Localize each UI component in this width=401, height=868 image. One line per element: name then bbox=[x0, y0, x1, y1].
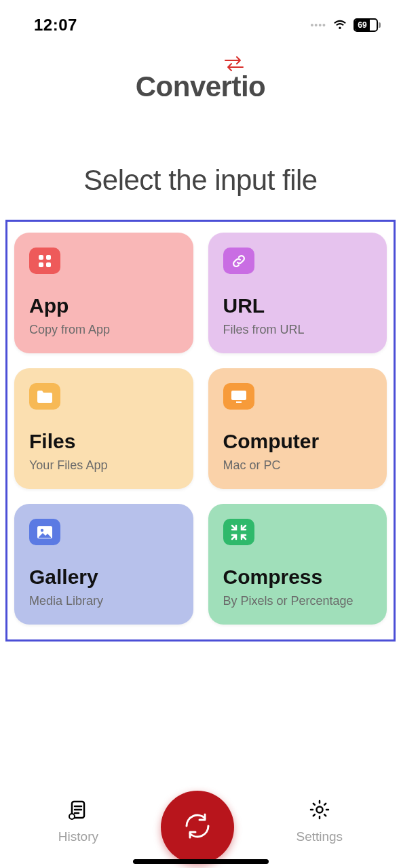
status-right: •••• 69 bbox=[310, 18, 381, 33]
gear-icon bbox=[308, 798, 331, 824]
input-source-grid: App Copy from App URL Files from URL Fil… bbox=[14, 233, 387, 625]
tab-settings[interactable]: Settings bbox=[296, 798, 343, 844]
card-title: Files bbox=[29, 430, 178, 453]
card-title: App bbox=[29, 294, 178, 317]
tab-label: Settings bbox=[296, 829, 343, 844]
source-card-files[interactable]: Files Your Files App bbox=[14, 368, 193, 489]
battery-icon: 69 bbox=[354, 18, 381, 32]
history-icon bbox=[66, 798, 90, 824]
logo-text: Convertio bbox=[136, 71, 266, 103]
source-card-compress[interactable]: Compress By Pixels or Percentage bbox=[208, 504, 387, 625]
bottom-tab-bar: History Settings bbox=[0, 791, 401, 852]
card-subtitle: Mac or PC bbox=[223, 458, 373, 473]
image-icon bbox=[29, 519, 60, 545]
card-subtitle: Files from URL bbox=[223, 323, 373, 337]
card-title: URL bbox=[223, 294, 373, 317]
wifi-icon bbox=[332, 18, 348, 33]
source-card-app[interactable]: App Copy from App bbox=[14, 233, 193, 353]
svg-rect-5 bbox=[236, 401, 242, 403]
svg-rect-1 bbox=[46, 255, 51, 260]
card-subtitle: Your Files App bbox=[29, 458, 178, 473]
card-subtitle: Copy from App bbox=[29, 323, 178, 337]
svg-point-7 bbox=[41, 528, 43, 531]
compress-icon bbox=[223, 519, 254, 545]
source-card-computer[interactable]: Computer Mac or PC bbox=[208, 368, 387, 489]
convert-fab-button[interactable] bbox=[161, 791, 234, 864]
monitor-icon bbox=[223, 383, 254, 410]
link-icon bbox=[223, 248, 254, 274]
folder-icon bbox=[29, 383, 60, 410]
svg-point-13 bbox=[316, 807, 322, 813]
card-title: Compress bbox=[223, 566, 373, 589]
tab-label: History bbox=[58, 829, 98, 844]
status-bar: 12:07 •••• 69 bbox=[0, 0, 401, 41]
cellular-dots-icon: •••• bbox=[310, 20, 326, 31]
svg-rect-0 bbox=[39, 255, 43, 260]
source-card-url[interactable]: URL Files from URL bbox=[208, 233, 387, 353]
card-subtitle: By Pixels or Percentage bbox=[223, 594, 373, 608]
status-time: 12:07 bbox=[34, 16, 77, 35]
card-subtitle: Media Library bbox=[29, 594, 178, 608]
sync-icon bbox=[178, 807, 216, 848]
source-card-gallery[interactable]: Gallery Media Library bbox=[14, 504, 193, 625]
app-logo: Convertio bbox=[0, 56, 401, 103]
page-title: Select the input file bbox=[0, 164, 401, 197]
card-title: Gallery bbox=[29, 566, 178, 589]
svg-rect-4 bbox=[231, 391, 246, 400]
card-title: Computer bbox=[223, 430, 373, 453]
svg-point-12 bbox=[69, 814, 75, 819]
tab-history[interactable]: History bbox=[58, 798, 98, 844]
input-source-grid-highlight: App Copy from App URL Files from URL Fil… bbox=[5, 220, 396, 642]
svg-rect-3 bbox=[46, 262, 51, 267]
home-indicator[interactable] bbox=[133, 859, 269, 864]
grid-icon bbox=[29, 248, 60, 274]
svg-rect-2 bbox=[39, 262, 43, 267]
